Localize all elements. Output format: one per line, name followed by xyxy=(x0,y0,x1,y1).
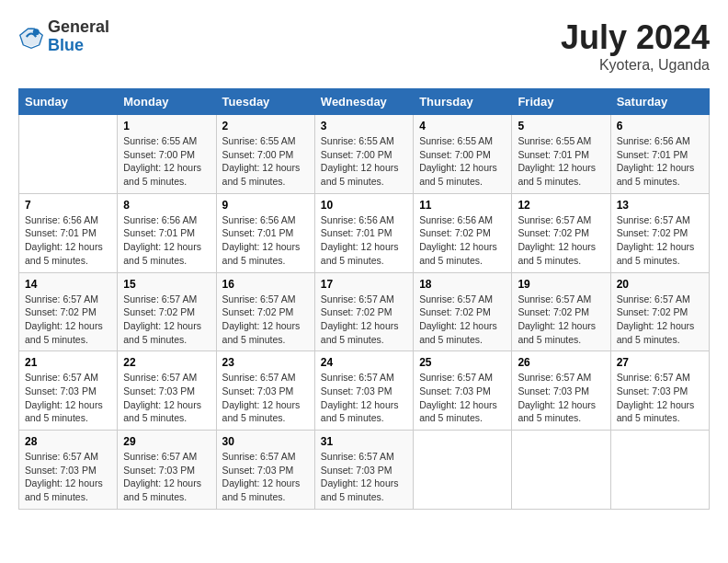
calendar-cell: 2Sunrise: 6:55 AMSunset: 7:00 PMDaylight… xyxy=(216,115,314,194)
calendar-cell: 9Sunrise: 6:56 AMSunset: 7:01 PMDaylight… xyxy=(216,193,314,272)
calendar-cell: 25Sunrise: 6:57 AMSunset: 7:03 PMDayligh… xyxy=(414,351,512,431)
calendar-cell: 21Sunrise: 6:57 AMSunset: 7:03 PMDayligh… xyxy=(19,351,118,431)
calendar-cell: 13Sunrise: 6:57 AMSunset: 7:02 PMDayligh… xyxy=(610,193,709,272)
day-number: 9 xyxy=(222,199,309,212)
calendar-cell: 17Sunrise: 6:57 AMSunset: 7:02 PMDayligh… xyxy=(314,272,413,351)
day-number: 12 xyxy=(518,199,604,212)
day-info: Sunrise: 6:55 AMSunset: 7:01 PMDaylight:… xyxy=(518,134,604,189)
day-info: Sunrise: 6:56 AMSunset: 7:02 PMDaylight:… xyxy=(419,213,506,268)
day-number: 30 xyxy=(222,435,309,448)
day-info: Sunrise: 6:56 AMSunset: 7:01 PMDaylight:… xyxy=(617,134,703,189)
logo-text: General Blue xyxy=(48,18,109,55)
day-number: 17 xyxy=(321,278,407,291)
calendar-title: July 2024 xyxy=(561,18,710,57)
day-info: Sunrise: 6:57 AMSunset: 7:03 PMDaylight:… xyxy=(123,371,210,425)
calendar-cell: 7Sunrise: 6:56 AMSunset: 7:01 PMDaylight… xyxy=(19,193,118,272)
day-info: Sunrise: 6:57 AMSunset: 7:02 PMDaylight:… xyxy=(25,293,111,347)
logo-line1: General xyxy=(48,18,109,37)
day-number: 25 xyxy=(419,356,506,369)
logo-icon xyxy=(18,24,44,50)
day-number: 11 xyxy=(419,199,506,212)
logo-line2: Blue xyxy=(48,37,109,55)
day-number: 1 xyxy=(123,120,210,132)
calendar-cell: 31Sunrise: 6:57 AMSunset: 7:03 PMDayligh… xyxy=(314,431,413,510)
day-info: Sunrise: 6:55 AMSunset: 7:00 PMDaylight:… xyxy=(222,134,309,189)
day-number: 28 xyxy=(25,435,111,448)
calendar-cell: 1Sunrise: 6:55 AMSunset: 7:00 PMDaylight… xyxy=(118,115,216,194)
day-number: 7 xyxy=(25,199,111,212)
day-number: 29 xyxy=(123,435,210,448)
day-info: Sunrise: 6:57 AMSunset: 7:03 PMDaylight:… xyxy=(222,371,309,425)
calendar-cell: 16Sunrise: 6:57 AMSunset: 7:02 PMDayligh… xyxy=(216,272,314,351)
day-info: Sunrise: 6:55 AMSunset: 7:00 PMDaylight:… xyxy=(321,134,407,189)
day-info: Sunrise: 6:55 AMSunset: 7:00 PMDaylight:… xyxy=(419,134,506,189)
day-info: Sunrise: 6:57 AMSunset: 7:03 PMDaylight:… xyxy=(419,371,506,425)
day-number: 6 xyxy=(617,120,703,132)
calendar-week-row: 14Sunrise: 6:57 AMSunset: 7:02 PMDayligh… xyxy=(19,272,710,351)
calendar-cell: 10Sunrise: 6:56 AMSunset: 7:01 PMDayligh… xyxy=(314,193,413,272)
day-info: Sunrise: 6:57 AMSunset: 7:03 PMDaylight:… xyxy=(518,371,604,425)
day-info: Sunrise: 6:57 AMSunset: 7:02 PMDaylight:… xyxy=(419,293,506,347)
header-friday: Friday xyxy=(512,89,610,115)
calendar-cell: 3Sunrise: 6:55 AMSunset: 7:00 PMDaylight… xyxy=(314,115,413,194)
day-number: 8 xyxy=(123,199,210,212)
day-info: Sunrise: 6:57 AMSunset: 7:02 PMDaylight:… xyxy=(617,293,703,347)
day-number: 23 xyxy=(222,356,309,369)
day-info: Sunrise: 6:57 AMSunset: 7:02 PMDaylight:… xyxy=(123,293,210,347)
day-number: 18 xyxy=(419,278,506,291)
calendar-cell: 20Sunrise: 6:57 AMSunset: 7:02 PMDayligh… xyxy=(610,272,709,351)
day-number: 5 xyxy=(518,120,604,132)
logo: General Blue xyxy=(18,18,109,55)
calendar-cell: 12Sunrise: 6:57 AMSunset: 7:02 PMDayligh… xyxy=(512,193,610,272)
day-info: Sunrise: 6:57 AMSunset: 7:02 PMDaylight:… xyxy=(321,293,407,347)
calendar-cell xyxy=(19,115,118,194)
header-saturday: Saturday xyxy=(610,89,709,115)
calendar-cell: 18Sunrise: 6:57 AMSunset: 7:02 PMDayligh… xyxy=(414,272,512,351)
day-info: Sunrise: 6:57 AMSunset: 7:03 PMDaylight:… xyxy=(617,371,703,425)
day-info: Sunrise: 6:57 AMSunset: 7:03 PMDaylight:… xyxy=(321,371,407,425)
day-info: Sunrise: 6:57 AMSunset: 7:03 PMDaylight:… xyxy=(123,450,210,504)
day-number: 14 xyxy=(25,278,111,291)
calendar-cell: 29Sunrise: 6:57 AMSunset: 7:03 PMDayligh… xyxy=(118,431,216,510)
calendar-cell: 23Sunrise: 6:57 AMSunset: 7:03 PMDayligh… xyxy=(216,351,314,431)
calendar-cell: 15Sunrise: 6:57 AMSunset: 7:02 PMDayligh… xyxy=(118,272,216,351)
day-number: 22 xyxy=(123,356,210,369)
day-number: 16 xyxy=(222,278,309,291)
title-block: July 2024 Kyotera, Uganda xyxy=(561,18,710,74)
calendar-cell: 5Sunrise: 6:55 AMSunset: 7:01 PMDaylight… xyxy=(512,115,610,194)
calendar-cell: 19Sunrise: 6:57 AMSunset: 7:02 PMDayligh… xyxy=(512,272,610,351)
day-number: 2 xyxy=(222,120,309,132)
calendar-table: Sunday Monday Tuesday Wednesday Thursday… xyxy=(18,88,710,510)
day-number: 27 xyxy=(617,356,703,369)
calendar-cell: 22Sunrise: 6:57 AMSunset: 7:03 PMDayligh… xyxy=(118,351,216,431)
day-number: 24 xyxy=(321,356,407,369)
day-number: 19 xyxy=(518,278,604,291)
day-info: Sunrise: 6:56 AMSunset: 7:01 PMDaylight:… xyxy=(25,213,111,268)
header-sunday: Sunday xyxy=(19,89,118,115)
calendar-cell xyxy=(414,431,512,510)
day-number: 13 xyxy=(617,199,703,212)
calendar-cell: 4Sunrise: 6:55 AMSunset: 7:00 PMDaylight… xyxy=(414,115,512,194)
day-info: Sunrise: 6:57 AMSunset: 7:03 PMDaylight:… xyxy=(25,371,111,425)
calendar-cell: 27Sunrise: 6:57 AMSunset: 7:03 PMDayligh… xyxy=(610,351,709,431)
day-info: Sunrise: 6:57 AMSunset: 7:02 PMDaylight:… xyxy=(222,293,309,347)
day-number: 26 xyxy=(518,356,604,369)
day-info: Sunrise: 6:56 AMSunset: 7:01 PMDaylight:… xyxy=(123,213,210,268)
calendar-cell: 6Sunrise: 6:56 AMSunset: 7:01 PMDaylight… xyxy=(610,115,709,194)
calendar-week-row: 7Sunrise: 6:56 AMSunset: 7:01 PMDaylight… xyxy=(19,193,710,272)
calendar-header-row: Sunday Monday Tuesday Wednesday Thursday… xyxy=(19,89,710,115)
day-number: 31 xyxy=(321,435,407,448)
calendar-cell xyxy=(512,431,610,510)
day-number: 15 xyxy=(123,278,210,291)
svg-point-2 xyxy=(33,29,40,35)
calendar-week-row: 1Sunrise: 6:55 AMSunset: 7:00 PMDaylight… xyxy=(19,115,710,194)
calendar-subtitle: Kyotera, Uganda xyxy=(561,57,710,74)
day-info: Sunrise: 6:56 AMSunset: 7:01 PMDaylight:… xyxy=(222,213,309,268)
day-number: 21 xyxy=(25,356,111,369)
day-number: 3 xyxy=(321,120,407,132)
header-tuesday: Tuesday xyxy=(216,89,314,115)
header-wednesday: Wednesday xyxy=(314,89,413,115)
day-number: 20 xyxy=(617,278,703,291)
day-info: Sunrise: 6:57 AMSunset: 7:02 PMDaylight:… xyxy=(518,213,604,268)
day-info: Sunrise: 6:57 AMSunset: 7:02 PMDaylight:… xyxy=(518,293,604,347)
